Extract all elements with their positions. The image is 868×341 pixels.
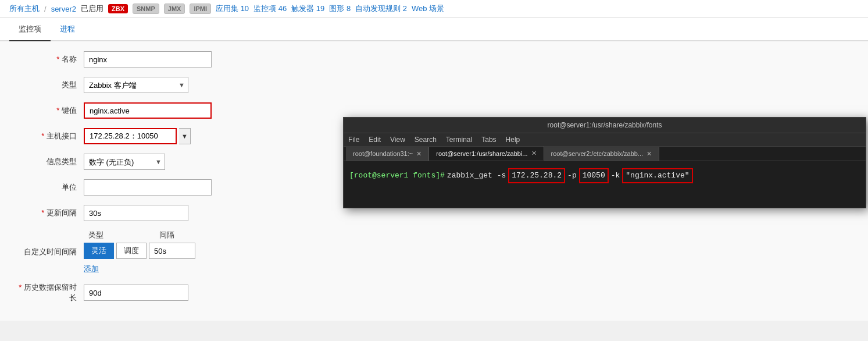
terminal-tabs: root@foundation31:~ ✕ root@server1:/usr/… xyxy=(344,147,866,161)
info-type-select[interactable]: 数字 (无正负) xyxy=(84,154,165,170)
nav-app-set[interactable]: 应用集 10 xyxy=(216,3,249,14)
terminal-tab-2-label: root@server2:/etc/zabbix/zabb... xyxy=(551,150,644,157)
breadcrumb-all-hosts[interactable]: 所有主机 xyxy=(9,3,40,14)
terminal-overlay: root@server1:/usr/share/zabbix/fonts Fil… xyxy=(343,117,866,208)
history-label: 历史数据保留时长 xyxy=(14,282,84,303)
nav-monitor[interactable]: 监控项 46 xyxy=(253,3,287,14)
nav-trigger[interactable]: 触发器 19 xyxy=(291,3,324,14)
type-label: 类型 xyxy=(14,80,84,90)
history-input[interactable] xyxy=(84,285,188,301)
nav-auto-discover[interactable]: 自动发现规则 2 xyxy=(355,3,407,14)
host-dropdown-icon[interactable]: ▼ xyxy=(179,128,191,144)
main-content: 名称 类型 Zabbix 客户端 ▼ 键值 主机接口 ▼ 信息类型 数字 (无正… xyxy=(0,41,868,321)
form-row-name: 名称 xyxy=(14,51,854,68)
cmd-line: [root@server1 fonts]# zabbix_get -s 172.… xyxy=(349,168,860,183)
badge-jmx: JMX xyxy=(164,3,185,14)
terminal-tab-0-label: root@foundation31:~ xyxy=(353,150,413,157)
terminal-menu-file[interactable]: File xyxy=(348,136,359,144)
type-select[interactable]: Zabbix 客户端 xyxy=(84,77,188,93)
cmd-key: "nginx.active" xyxy=(622,168,692,183)
cmd-ip: 172.25.28.2 xyxy=(508,168,565,183)
breadcrumb-enabled: 已启用 xyxy=(81,3,103,14)
unit-label: 单位 xyxy=(14,182,84,193)
badge-snmp: SNMP xyxy=(133,3,159,14)
terminal-menubar: File Edit View Search Terminal Tabs Help xyxy=(344,133,866,147)
name-label: 名称 xyxy=(14,54,84,65)
terminal-tab-1-label: root@server1:/usr/share/zabbi... xyxy=(436,150,527,157)
tab-bar: 监控项 进程 xyxy=(0,18,868,41)
terminal-menu-search[interactable]: Search xyxy=(415,136,437,144)
btn-schedule[interactable]: 调度 xyxy=(116,243,147,259)
form-row-type: 类型 Zabbix 客户端 ▼ xyxy=(14,76,854,94)
cmd-port: 10050 xyxy=(579,168,609,183)
terminal-tab-2[interactable]: root@server2:/etc/zabbix/zabb... ✕ xyxy=(544,147,660,161)
interval-row: 灵活 调度 xyxy=(84,243,195,259)
terminal-tab-0-close-icon[interactable]: ✕ xyxy=(416,150,422,158)
interval-input[interactable] xyxy=(84,205,188,221)
info-type-label: 信息类型 xyxy=(14,157,84,167)
terminal-tab-2-close-icon[interactable]: ✕ xyxy=(646,150,652,158)
interval-header: 类型 间隔 xyxy=(84,230,195,240)
host-input[interactable] xyxy=(84,128,177,144)
custom-interval-section: 自定义时间间隔 类型 间隔 灵活 调度 添加 xyxy=(14,230,854,274)
terminal-menu-help[interactable]: Help xyxy=(506,136,520,144)
host-select-wrapper: ▼ xyxy=(84,128,191,144)
type-select-wrapper: Zabbix 客户端 ▼ xyxy=(84,77,188,93)
tab-monitor[interactable]: 监控项 xyxy=(9,18,51,41)
top-nav: 所有主机 / server2 已启用 ZBX SNMP JMX IPMI 应用集… xyxy=(0,0,868,18)
form-row-history: 历史数据保留时长 xyxy=(14,282,854,303)
add-link-row: 添加 xyxy=(84,264,195,274)
key-label: 键值 xyxy=(14,105,84,116)
cmd-p-flag: -p xyxy=(567,170,577,182)
terminal-menu-terminal[interactable]: Terminal xyxy=(446,136,472,144)
breadcrumb-sep1: / xyxy=(44,5,47,13)
terminal-titlebar: root@server1:/usr/share/zabbix/fonts xyxy=(344,118,866,133)
interval-col-label: 间隔 xyxy=(155,230,179,240)
terminal-title: root@server1:/usr/share/zabbix/fonts xyxy=(548,121,662,129)
cmd-base: zabbix_get -s xyxy=(447,170,506,182)
breadcrumb-server2[interactable]: server2 xyxy=(51,5,76,13)
terminal-tab-1-close-icon[interactable]: ✕ xyxy=(531,150,537,157)
key-input[interactable] xyxy=(84,102,212,119)
custom-interval-label: 自定义时间间隔 xyxy=(14,247,84,257)
info-type-select-wrapper: 数字 (无正负) ▼ xyxy=(84,154,165,170)
terminal-body: [root@server1 fonts]# zabbix_get -s 172.… xyxy=(344,161,866,208)
cmd-k-flag: -k xyxy=(611,170,620,182)
cmd-prompt: [root@server1 fonts]# xyxy=(349,170,445,182)
type-col-label: 类型 xyxy=(84,230,108,240)
nav-web-scene[interactable]: Web 场景 xyxy=(412,3,444,14)
host-label: 主机接口 xyxy=(14,131,84,141)
terminal-menu-tabs[interactable]: Tabs xyxy=(481,136,496,144)
interval-label: 更新间隔 xyxy=(14,208,84,218)
add-link[interactable]: 添加 xyxy=(84,264,99,273)
custom-interval-content: 类型 间隔 灵活 调度 添加 xyxy=(84,230,195,274)
terminal-menu-view[interactable]: View xyxy=(390,136,405,144)
name-input[interactable] xyxy=(84,51,212,68)
badge-ipmi: IPMI xyxy=(190,3,211,14)
terminal-tab-1[interactable]: root@server1:/usr/share/zabbi... ✕ xyxy=(429,147,544,161)
unit-input[interactable] xyxy=(84,179,212,196)
terminal-menu-edit[interactable]: Edit xyxy=(369,136,381,144)
tab-process[interactable]: 进程 xyxy=(51,18,84,41)
badge-zbx[interactable]: ZBX xyxy=(108,4,128,13)
btn-flexible[interactable]: 灵活 xyxy=(84,243,114,259)
terminal-tab-0[interactable]: root@foundation31:~ ✕ xyxy=(346,147,429,161)
interval-val-input[interactable] xyxy=(149,243,195,259)
nav-graph[interactable]: 图形 8 xyxy=(329,3,351,14)
